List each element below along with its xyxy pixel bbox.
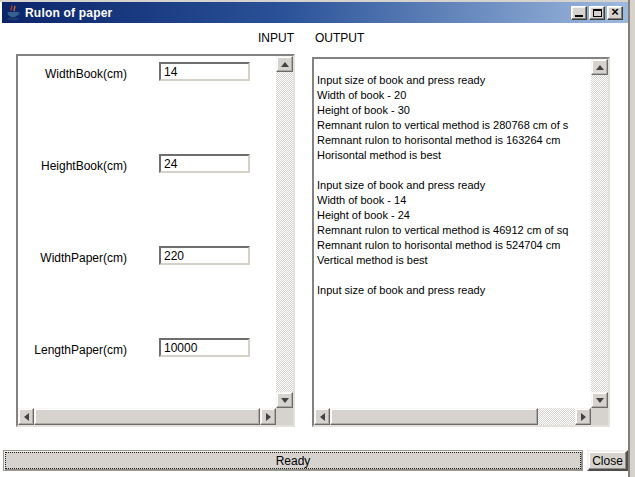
field-label: WidthPaper(cm) xyxy=(18,251,127,265)
output-scrollpane: Input size of book and press readyWidth … xyxy=(312,57,610,427)
output-line: Width of book - 20 xyxy=(317,88,591,103)
close-icon: × xyxy=(611,7,619,17)
field-label: LengthPaper(cm) xyxy=(18,343,127,357)
minimize-icon xyxy=(575,15,583,17)
input-horizontal-scrollbar[interactable] xyxy=(18,408,276,425)
maximize-icon xyxy=(593,9,602,17)
output-line: Height of book - 24 xyxy=(317,208,591,223)
field-input[interactable] xyxy=(159,338,250,357)
field-input[interactable] xyxy=(159,62,250,81)
output-line xyxy=(317,268,591,283)
scroll-left-button[interactable] xyxy=(18,408,34,425)
output-line: Horisontal method is best xyxy=(317,148,591,163)
output-line: Remnant rulon to horisontal method is 52… xyxy=(317,238,591,253)
arrow-up-icon xyxy=(596,65,604,70)
arrow-up-icon xyxy=(281,62,289,67)
scroll-down-button[interactable] xyxy=(591,392,608,408)
field-label: HeightBook(cm) xyxy=(18,159,127,173)
output-vertical-scrollbar[interactable] xyxy=(591,59,608,408)
output-line: Remnant rulon to vertical method is 4691… xyxy=(317,223,591,238)
input-vertical-scrollbar[interactable] xyxy=(276,56,293,408)
input-form: WidthBook(cm) HeightBook(cm) WidthPaper(… xyxy=(18,56,276,408)
scroll-up-button[interactable] xyxy=(276,56,293,72)
output-line xyxy=(317,163,591,178)
close-window-button[interactable]: × xyxy=(607,6,623,20)
scroll-right-button[interactable] xyxy=(260,408,276,425)
output-line: Vertical method is best xyxy=(317,253,591,268)
output-line: Width of book - 14 xyxy=(317,193,591,208)
scrollbar-track[interactable] xyxy=(276,72,293,392)
arrow-down-icon xyxy=(281,398,289,403)
form-row: HeightBook(cm) xyxy=(18,154,276,174)
output-section-label: OUTPUT xyxy=(315,31,364,45)
scrollbar-corner xyxy=(276,408,293,425)
ready-button[interactable]: Ready xyxy=(3,450,583,471)
arrow-left-icon xyxy=(24,413,29,421)
scroll-down-button[interactable] xyxy=(276,392,293,408)
input-section-label: INPUT xyxy=(258,31,294,45)
output-horizontal-scrollbar[interactable] xyxy=(314,408,591,425)
app-window: Rulon of paper × INPUT OUTPUT WidthBook(… xyxy=(0,0,635,477)
scroll-right-button[interactable] xyxy=(575,408,591,425)
arrow-right-icon xyxy=(266,413,271,421)
scrollbar-thumb[interactable] xyxy=(330,408,538,425)
input-scrollpane: WidthBook(cm) HeightBook(cm) WidthPaper(… xyxy=(16,54,295,427)
output-line: Input size of book and press ready xyxy=(317,73,591,88)
form-row: WidthBook(cm) xyxy=(18,62,276,82)
scrollbar-track[interactable] xyxy=(591,75,608,392)
output-line: Remnant rulon to vertical method is 2807… xyxy=(317,118,591,133)
form-row: LengthPaper(cm) xyxy=(18,338,276,358)
field-input[interactable] xyxy=(159,246,250,265)
arrow-right-icon xyxy=(581,413,586,421)
window-frame-edge xyxy=(630,0,635,477)
scrollbar-track[interactable] xyxy=(330,408,575,425)
output-line: Height of book - 30 xyxy=(317,103,591,118)
scrollbar-corner xyxy=(591,408,608,425)
java-cup-icon xyxy=(5,5,21,21)
output-line: Remnant rulon to horisontal method is 16… xyxy=(317,133,591,148)
titlebar[interactable]: Rulon of paper × xyxy=(2,2,628,23)
arrow-left-icon xyxy=(320,413,325,421)
output-textarea[interactable]: Input size of book and press readyWidth … xyxy=(314,59,591,408)
maximize-button[interactable] xyxy=(589,6,605,20)
scrollbar-thumb[interactable] xyxy=(34,408,260,425)
window-controls: × xyxy=(571,6,623,20)
scroll-up-button[interactable] xyxy=(591,59,608,75)
window-title: Rulon of paper xyxy=(25,6,571,20)
form-row: WidthPaper(cm) xyxy=(18,246,276,266)
scroll-left-button[interactable] xyxy=(314,408,330,425)
scrollbar-track[interactable] xyxy=(34,408,260,425)
field-label: WidthBook(cm) xyxy=(18,67,127,81)
field-input[interactable] xyxy=(159,154,250,173)
minimize-button[interactable] xyxy=(571,6,587,20)
close-button[interactable]: Close xyxy=(587,450,628,471)
output-line: Input size of book and press ready xyxy=(317,283,591,298)
arrow-down-icon xyxy=(596,398,604,403)
output-line: Input size of book and press ready xyxy=(317,178,591,193)
